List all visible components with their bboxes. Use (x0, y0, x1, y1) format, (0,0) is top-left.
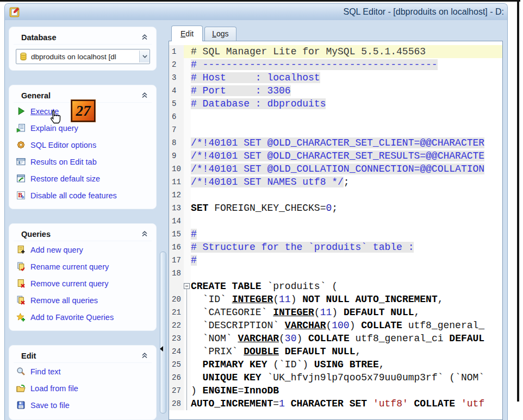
sidebar-item-explain-query[interactable]: Explain query (14, 120, 152, 136)
fold-margin (184, 215, 191, 228)
sidebar-item-label: Remove all queries (30, 296, 98, 305)
line-number: 6 (169, 110, 184, 123)
collapse-button[interactable] (141, 230, 150, 239)
code-line[interactable]: 6 (169, 110, 502, 123)
code-line[interactable]: 22 `DESCRIPTION` VARCHAR(100) COLLATE ut… (169, 319, 502, 332)
section-database: Databasedbproduits on localhost [dl (9, 27, 157, 71)
svg-text:b: b (22, 194, 24, 199)
code-line[interactable]: 11/*!40101 SET NAMES utf8 */; (169, 175, 502, 189)
sidebar-item-load-from-file[interactable]: Load from file (14, 380, 152, 397)
section-title: Edit (21, 352, 141, 360)
tab-edit[interactable]: Edit (171, 26, 203, 41)
code-line[interactable]: 7 (169, 123, 502, 136)
code-line[interactable]: 28AUTO_INCREMENT=1 CHARACTER SET 'utf8' … (169, 397, 502, 410)
save-file-icon (16, 400, 26, 410)
line-number: 2 (169, 58, 184, 71)
line-number: 16 (169, 241, 184, 254)
fold-line (186, 332, 187, 345)
line-number: 12 (169, 189, 184, 202)
step-badge: 27 (71, 100, 95, 122)
code-text: # (191, 254, 502, 267)
collapse-button[interactable] (141, 352, 150, 360)
code-line[interactable]: 27) ENGINE=InnoDB (169, 384, 502, 397)
sidebar-item-label: Restore default size (30, 174, 100, 183)
line-number: 4 (169, 84, 184, 97)
sidebar-item-find-text[interactable]: Find text (14, 363, 152, 380)
splitter-handle[interactable] (160, 252, 166, 413)
tab-logs[interactable]: Logs (204, 27, 236, 41)
fold-margin (184, 345, 191, 358)
database-combobox[interactable]: dbproduits on localhost [dl (16, 49, 150, 64)
code-line[interactable]: 24 `PRIX` DOUBLE DEFAULT NULL, (169, 345, 502, 358)
dropdown-arrow-icon[interactable] (139, 51, 150, 62)
code-text: AUTO_INCREMENT=1 CHARACTER SET 'utf8' CO… (191, 397, 502, 410)
code-line[interactable]: 20 `ID` INTEGER(11) NOT NULL AUTO_INCREM… (169, 293, 502, 306)
code-text: /*!40101 SET NAMES utf8 */; (191, 175, 502, 189)
sidebar-item-add-new-query[interactable]: Add new query (14, 241, 152, 258)
code-line[interactable]: 4# Port : 3306 (169, 84, 502, 97)
line-number: 8 (169, 136, 184, 149)
fold-margin (184, 397, 191, 410)
sidebar-item-save-to-file[interactable]: Save to file (14, 397, 152, 413)
collapse-button[interactable] (141, 91, 150, 100)
code-line[interactable]: 3# Host : localhost (169, 71, 502, 84)
code-line[interactable]: CREATE TABLE `produits` ( (169, 280, 502, 293)
code-text: UNIQUE KEY `UK_hfvjn9lp7qoo5x79uu0ump3rf… (191, 371, 502, 384)
code-text: # --------------------------------------… (191, 58, 502, 71)
code-line[interactable]: 1# SQL Manager Lite for MySQL 5.5.1.4556… (169, 45, 502, 58)
line-number: 27 (169, 384, 184, 397)
line-number (169, 280, 184, 293)
fold-toggle-icon[interactable] (184, 283, 190, 289)
sidebar-item-label: Find text (30, 367, 61, 376)
code-text: /*!40101 SET @OLD_CHARACTER_SET_RESULTS=… (191, 149, 502, 162)
code-line[interactable]: 5# Database : dbproduits (169, 97, 502, 110)
sidebar-item-sql-editor-options[interactable]: SQL Editor options (14, 136, 152, 153)
sidebar-item-remove-all-queries[interactable]: Remove all queries (14, 292, 152, 309)
sidebar-item-restore-default-size[interactable]: Restore default size (14, 170, 152, 187)
section-header-queries: Queries (14, 228, 152, 241)
code-text (191, 267, 502, 280)
code-line[interactable]: 9/*!40101 SET @OLD_CHARACTER_SET_RESULTS… (169, 149, 502, 162)
remove-query-icon (16, 279, 26, 289)
code-line[interactable]: 2# -------------------------------------… (169, 58, 502, 71)
code-line[interactable]: 10/*!40101 SET @OLD_COLLATION_CONNECTION… (169, 162, 502, 175)
fold-margin (184, 293, 191, 306)
favorite-icon (16, 312, 26, 322)
line-number: 13 (169, 202, 184, 215)
code-editor[interactable]: 1# SQL Manager Lite for MySQL 5.5.1.4556… (169, 41, 503, 420)
code-line[interactable]: 13SET FOREIGN_KEY_CHECKS=0; (169, 202, 502, 215)
sidebar-item-results-on-edit-tab[interactable]: Results on Edit tab (14, 153, 152, 170)
code-text (191, 215, 502, 228)
collapse-button[interactable] (141, 33, 150, 42)
code-line[interactable]: 21 `CATEGORIE` INTEGER(11) DEFAULT NULL, (169, 306, 502, 319)
line-number: 17 (169, 254, 184, 267)
sidebar-item-add-to-favorite-queries[interactable]: Add to Favorite Queries (14, 309, 152, 325)
line-number: 22 (169, 319, 184, 332)
code-line[interactable]: 12 (169, 189, 502, 202)
tab-bar: EditLogs (169, 24, 503, 41)
sidebar-item-label: Rename current query (30, 262, 109, 271)
code-line[interactable]: 23 `NOM` VARCHAR(30) COLLATE utf8_genera… (169, 332, 502, 345)
sidebar-item-execute[interactable]: Execute27 (14, 103, 152, 120)
add-query-icon (16, 245, 26, 255)
code-line[interactable]: 17# (169, 254, 502, 267)
sidebar-item-remove-current-query[interactable]: Remove current query (14, 275, 152, 292)
explain-icon (16, 123, 26, 133)
sidebar-item-label: Load from file (30, 384, 78, 393)
sidebar-item-disable-all-code-features[interactable]: BbDisable all code features (14, 187, 152, 204)
app-icon (9, 7, 20, 17)
code-line[interactable]: 25 PRIMARY KEY (`ID`) USING BTREE, (169, 358, 502, 371)
code-text: PRIMARY KEY (`ID`) USING BTREE, (191, 358, 502, 371)
code-line[interactable]: 14 (169, 215, 502, 228)
code-text: ) ENGINE=InnoDB (191, 384, 502, 397)
splitter-collapse-arrow-icon[interactable] (160, 346, 163, 352)
code-line[interactable]: 26 UNIQUE KEY `UK_hfvjn9lp7qoo5x79uu0ump… (169, 371, 502, 384)
code-line[interactable]: 8/*!40101 SET @OLD_CHARACTER_SET_CLIENT=… (169, 136, 502, 149)
code-text: `NOM` VARCHAR(30) COLLATE utf8_general_c… (191, 332, 502, 345)
code-line[interactable]: 16# Structure for the `produits` table : (169, 241, 502, 254)
code-text: # Structure for the `produits` table : (191, 241, 502, 254)
code-line[interactable]: 15# (169, 228, 502, 241)
sidebar-item-rename-current-query[interactable]: Rename current query (14, 258, 152, 275)
code-line[interactable]: 18 (169, 267, 502, 280)
line-number: 21 (169, 306, 184, 319)
